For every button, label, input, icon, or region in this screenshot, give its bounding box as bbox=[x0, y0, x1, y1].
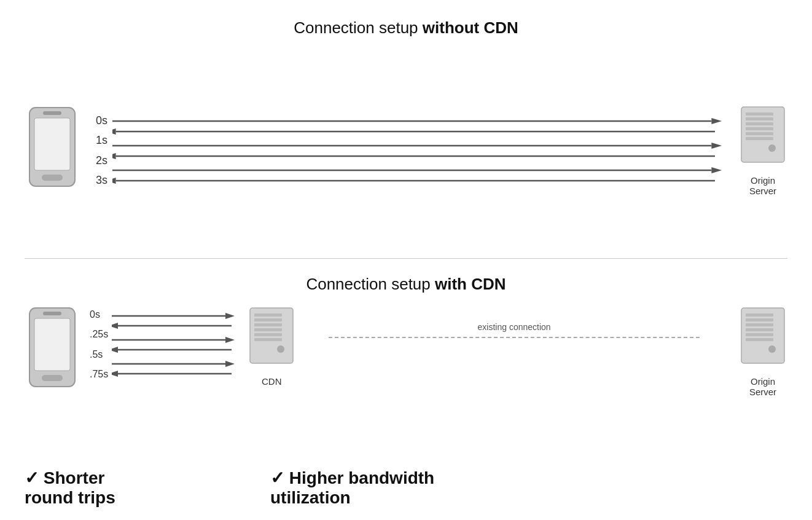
svg-rect-43 bbox=[254, 323, 282, 326]
svg-marker-35 bbox=[112, 347, 118, 353]
svg-point-23 bbox=[768, 144, 776, 152]
phone-icon-bottom bbox=[25, 305, 80, 396]
svg-rect-46 bbox=[254, 338, 282, 341]
svg-rect-53 bbox=[746, 333, 773, 336]
svg-marker-39 bbox=[112, 371, 118, 377]
phone-icon-top bbox=[25, 104, 80, 196]
time-label-0s: 0s bbox=[96, 115, 107, 126]
bottom-time-labels: 0s .25s .5s .75s bbox=[90, 305, 108, 385]
svg-rect-27 bbox=[42, 375, 63, 381]
svg-marker-29 bbox=[225, 313, 235, 319]
benefit-bandwidth: ✓ Higher bandwidthutilization bbox=[270, 468, 434, 508]
svg-rect-45 bbox=[254, 333, 282, 336]
title-without-cdn: Connection setup without CDN bbox=[25, 18, 787, 37]
dotted-line bbox=[329, 337, 699, 338]
svg-marker-9 bbox=[711, 143, 722, 149]
svg-rect-1 bbox=[34, 118, 70, 170]
time-label-1s: 1s bbox=[96, 135, 107, 146]
svg-rect-19 bbox=[746, 122, 773, 125]
svg-rect-52 bbox=[746, 328, 773, 331]
title-normal-without: Connection setup bbox=[294, 18, 423, 37]
title-bold-with: with CDN bbox=[435, 275, 506, 293]
svg-point-47 bbox=[277, 345, 284, 353]
top-timeline: 0s 1s 2s 3s bbox=[96, 110, 732, 190]
title-with-cdn: Connection setup with CDN bbox=[25, 275, 787, 294]
benefits-row: ✓ Shorterround trips ✓ Higher bandwidthu… bbox=[25, 468, 787, 508]
svg-marker-5 bbox=[711, 118, 722, 124]
svg-rect-49 bbox=[746, 313, 773, 317]
svg-rect-18 bbox=[746, 117, 773, 120]
svg-rect-22 bbox=[746, 137, 773, 140]
svg-rect-2 bbox=[43, 111, 61, 115]
svg-marker-7 bbox=[112, 128, 116, 135]
svg-point-55 bbox=[768, 345, 776, 353]
main-container: Connection setup without CDN bbox=[0, 0, 812, 520]
server-label-top: OriginServer bbox=[749, 175, 776, 196]
time-label-25s: .25s bbox=[90, 329, 108, 340]
title-normal-with: Connection setup bbox=[306, 275, 435, 293]
svg-rect-51 bbox=[746, 323, 773, 326]
title-bold-without: without CDN bbox=[423, 18, 518, 37]
svg-rect-54 bbox=[746, 338, 773, 341]
time-label-0s-b: 0s bbox=[90, 309, 108, 320]
checkmark-1: ✓ bbox=[25, 468, 44, 487]
time-label-3s: 3s bbox=[96, 175, 107, 186]
svg-rect-25 bbox=[34, 318, 70, 371]
svg-marker-37 bbox=[225, 361, 235, 367]
top-arrows-container: 0s 1s 2s 3s bbox=[25, 49, 787, 252]
svg-rect-20 bbox=[746, 127, 773, 130]
svg-rect-3 bbox=[42, 175, 63, 181]
checkmark-2: ✓ bbox=[270, 468, 289, 487]
svg-rect-41 bbox=[254, 313, 282, 317]
svg-rect-26 bbox=[43, 312, 61, 315]
svg-rect-17 bbox=[746, 112, 773, 116]
svg-marker-31 bbox=[112, 323, 118, 329]
cdn-label: CDN bbox=[262, 376, 282, 387]
bottom-cdn-arrows-svg bbox=[112, 305, 247, 385]
section-without-cdn: Connection setup without CDN bbox=[25, 12, 787, 259]
server-wrap-bottom: OriginServer bbox=[738, 305, 787, 397]
svg-rect-42 bbox=[254, 318, 282, 321]
time-label-75s: .75s bbox=[90, 369, 108, 380]
cdn-server-wrap: CDN bbox=[247, 305, 296, 387]
server-wrap-top: OriginServer bbox=[738, 104, 787, 196]
svg-marker-33 bbox=[225, 337, 235, 343]
section-with-cdn: Connection setup with CDN 0s .25s .5s .7… bbox=[25, 259, 787, 508]
svg-marker-15 bbox=[112, 178, 116, 184]
svg-rect-50 bbox=[746, 318, 773, 321]
existing-connection-label: existing connection bbox=[478, 322, 551, 332]
time-label-5s: .5s bbox=[90, 349, 108, 360]
svg-rect-44 bbox=[254, 328, 282, 331]
existing-connection-area: existing connection bbox=[296, 305, 732, 338]
time-label-2s: 2s bbox=[96, 155, 107, 166]
bottom-diagram-row: 0s .25s .5s .75s bbox=[25, 305, 787, 459]
top-time-labels: 0s 1s 2s 3s bbox=[96, 110, 107, 190]
svg-rect-21 bbox=[746, 132, 773, 135]
benefit-shorter: ✓ Shorterround trips bbox=[25, 468, 221, 508]
benefit2-text: Higher bandwidthutilization bbox=[270, 468, 434, 507]
svg-marker-11 bbox=[112, 153, 116, 159]
top-arrows-svg bbox=[112, 110, 732, 190]
server-label-bottom: OriginServer bbox=[749, 376, 776, 397]
svg-marker-13 bbox=[711, 167, 722, 173]
bottom-short-timeline: 0s .25s .5s .75s bbox=[90, 305, 247, 385]
